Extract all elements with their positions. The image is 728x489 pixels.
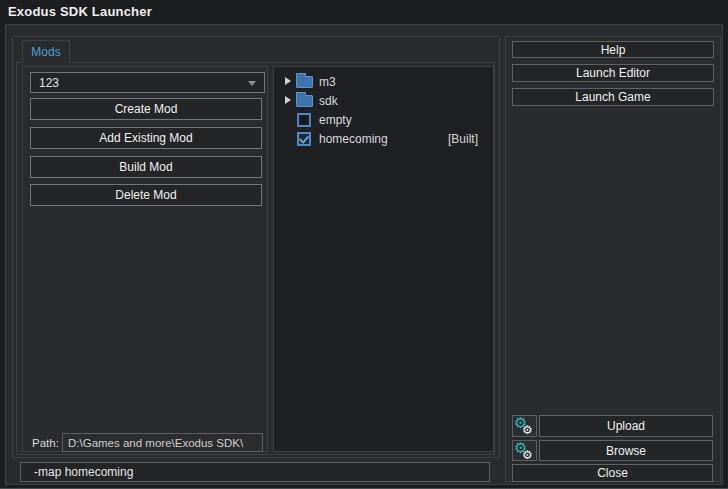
folder-icon: [296, 95, 313, 107]
browse-button[interactable]: Browse: [539, 440, 713, 461]
help-button[interactable]: Help: [512, 41, 714, 58]
mod-select-value: 123: [39, 76, 59, 90]
folder-icon: [296, 76, 313, 88]
gear-white-icon: [522, 424, 533, 436]
exodus-sdk-launcher-window: Exodus SDK Launcher Mods 123 Create Mod …: [0, 0, 728, 489]
delete-mod-button[interactable]: Delete Mod: [30, 184, 262, 206]
modio-gears-icon: [512, 415, 537, 437]
expand-arrow-icon[interactable]: [285, 77, 291, 85]
tree-item-m3[interactable]: m3: [274, 72, 493, 91]
upload-label: Upload: [607, 419, 645, 433]
title-bar[interactable]: Exodus SDK Launcher: [0, 0, 728, 24]
close-label: Close: [597, 466, 628, 480]
launch-game-button[interactable]: Launch Game: [512, 88, 714, 106]
build-mod-button[interactable]: Build Mod: [30, 156, 262, 178]
create-mod-label: Create Mod: [115, 102, 178, 116]
tree-item-label: m3: [319, 75, 336, 89]
checkbox-checked-icon[interactable]: [297, 132, 311, 146]
launch-editor-button[interactable]: Launch Editor: [512, 64, 714, 82]
browse-label: Browse: [606, 444, 646, 458]
mod-controls-frame: [22, 66, 268, 452]
add-existing-mod-button[interactable]: Add Existing Mod: [30, 127, 262, 149]
close-button[interactable]: Close: [512, 464, 713, 482]
tree-item-label: sdk: [319, 94, 338, 108]
launch-editor-label: Launch Editor: [576, 66, 650, 80]
mod-select-dropdown[interactable]: 123: [30, 72, 265, 93]
path-input[interactable]: [62, 433, 263, 452]
chevron-down-icon: [248, 81, 256, 86]
tree-item-empty[interactable]: empty: [274, 110, 493, 129]
checkbox-unchecked-icon[interactable]: [297, 113, 311, 127]
help-label: Help: [601, 43, 626, 57]
expand-arrow-icon[interactable]: [285, 96, 291, 104]
tab-mods[interactable]: Mods: [22, 40, 70, 63]
launch-args-input[interactable]: [20, 462, 490, 482]
gear-white-icon: [522, 449, 533, 461]
launch-game-label: Launch Game: [575, 90, 650, 104]
window-title: Exodus SDK Launcher: [8, 4, 152, 19]
upload-button[interactable]: Upload: [539, 415, 713, 437]
built-status-badge: [Built]: [448, 132, 478, 146]
tree-item-label: empty: [319, 113, 352, 127]
tree-item-label: homecoming: [319, 132, 388, 146]
add-existing-mod-label: Add Existing Mod: [99, 131, 192, 145]
build-mod-label: Build Mod: [119, 160, 172, 174]
create-mod-button[interactable]: Create Mod: [30, 98, 262, 120]
modio-gears-icon: [512, 440, 537, 461]
path-label: Path:: [32, 437, 59, 449]
tab-mods-label: Mods: [31, 45, 60, 59]
delete-mod-label: Delete Mod: [115, 188, 176, 202]
tree-item-sdk[interactable]: sdk: [274, 91, 493, 110]
tree-item-homecoming[interactable]: homecoming [Built]: [274, 129, 493, 148]
mod-tree: m3 sdk empty homecoming [Built]: [273, 66, 494, 452]
